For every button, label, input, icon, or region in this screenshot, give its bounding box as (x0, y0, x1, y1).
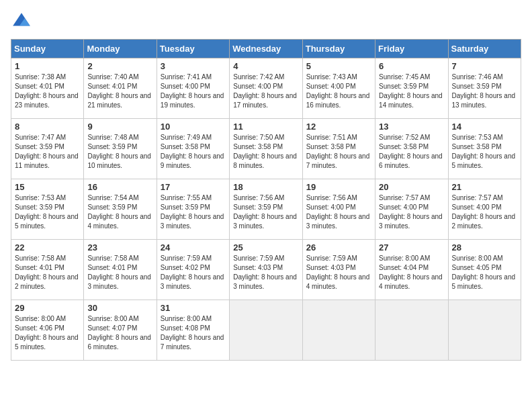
calendar-cell: 24 Sunrise: 7:59 AM Sunset: 4:02 PM Dayl… (157, 240, 229, 300)
cell-info: Sunrise: 7:59 AM Sunset: 4:03 PM Dayligh… (233, 254, 298, 291)
calendar-cell: 21 Sunrise: 7:57 AM Sunset: 4:00 PM Dayl… (448, 179, 521, 240)
calendar-cell: 29 Sunrise: 8:00 AM Sunset: 4:06 PM Dayl… (11, 300, 84, 361)
calendar-cell: 14 Sunrise: 7:53 AM Sunset: 3:58 PM Dayl… (448, 119, 521, 179)
day-header-tuesday: Tuesday (157, 40, 229, 58)
day-number: 9 (87, 122, 152, 132)
cell-info: Sunrise: 7:57 AM Sunset: 4:00 PM Dayligh… (379, 193, 444, 231)
calendar-cell (302, 300, 375, 361)
day-number: 18 (233, 182, 298, 192)
day-number: 10 (161, 122, 226, 132)
cell-info: Sunrise: 7:49 AM Sunset: 3:58 PM Dayligh… (161, 133, 226, 171)
day-number: 8 (15, 122, 80, 132)
calendar-cell: 10 Sunrise: 7:49 AM Sunset: 3:58 PM Dayl… (157, 119, 229, 179)
cell-info: Sunrise: 7:47 AM Sunset: 3:59 PM Dayligh… (15, 133, 80, 171)
calendar-cell: 27 Sunrise: 8:00 AM Sunset: 4:04 PM Dayl… (375, 240, 448, 300)
calendar-cell: 20 Sunrise: 7:57 AM Sunset: 4:00 PM Dayl… (375, 179, 448, 240)
day-number: 7 (452, 61, 517, 71)
cell-info: Sunrise: 7:56 AM Sunset: 3:59 PM Dayligh… (233, 193, 298, 231)
calendar-cell: 2 Sunrise: 7:40 AM Sunset: 4:01 PM Dayli… (84, 58, 157, 119)
calendar-cell: 9 Sunrise: 7:48 AM Sunset: 3:59 PM Dayli… (84, 119, 157, 179)
cell-info: Sunrise: 7:58 AM Sunset: 4:01 PM Dayligh… (87, 254, 152, 291)
calendar-cell: 23 Sunrise: 7:58 AM Sunset: 4:01 PM Dayl… (84, 240, 157, 300)
calendar-cell: 22 Sunrise: 7:58 AM Sunset: 4:01 PM Dayl… (11, 240, 84, 300)
calendar-week-2: 8 Sunrise: 7:47 AM Sunset: 3:59 PM Dayli… (11, 119, 521, 179)
cell-info: Sunrise: 7:46 AM Sunset: 3:59 PM Dayligh… (452, 73, 517, 110)
calendar-cell: 31 Sunrise: 8:00 AM Sunset: 4:08 PM Dayl… (157, 300, 229, 361)
day-number: 13 (379, 122, 444, 132)
calendar-cell: 4 Sunrise: 7:42 AM Sunset: 4:00 PM Dayli… (230, 58, 302, 119)
cell-info: Sunrise: 7:54 AM Sunset: 3:59 PM Dayligh… (87, 193, 152, 231)
day-header-thursday: Thursday (302, 40, 375, 58)
calendar-cell: 18 Sunrise: 7:56 AM Sunset: 3:59 PM Dayl… (230, 179, 302, 240)
calendar-cell: 7 Sunrise: 7:46 AM Sunset: 3:59 PM Dayli… (448, 58, 521, 119)
calendar-cell: 12 Sunrise: 7:51 AM Sunset: 3:58 PM Dayl… (302, 119, 375, 179)
calendar-cell: 26 Sunrise: 7:59 AM Sunset: 4:03 PM Dayl… (302, 240, 375, 300)
day-number: 26 (306, 242, 371, 253)
calendar-cell: 15 Sunrise: 7:53 AM Sunset: 3:59 PM Dayl… (11, 179, 84, 240)
day-number: 20 (379, 182, 444, 192)
cell-info: Sunrise: 7:57 AM Sunset: 4:00 PM Dayligh… (452, 193, 517, 231)
day-header-wednesday: Wednesday (230, 40, 302, 58)
day-number: 2 (87, 61, 152, 71)
day-number: 17 (161, 182, 226, 192)
calendar-week-3: 15 Sunrise: 7:53 AM Sunset: 3:59 PM Dayl… (11, 179, 521, 240)
calendar-cell: 13 Sunrise: 7:52 AM Sunset: 3:58 PM Dayl… (375, 119, 448, 179)
calendar-cell: 11 Sunrise: 7:50 AM Sunset: 3:58 PM Dayl… (230, 119, 302, 179)
calendar-cell: 28 Sunrise: 8:00 AM Sunset: 4:05 PM Dayl… (448, 240, 521, 300)
cell-info: Sunrise: 7:43 AM Sunset: 4:00 PM Dayligh… (306, 73, 371, 110)
day-number: 12 (306, 122, 371, 132)
cell-info: Sunrise: 7:41 AM Sunset: 4:00 PM Dayligh… (161, 73, 226, 110)
cell-info: Sunrise: 7:45 AM Sunset: 3:59 PM Dayligh… (379, 73, 444, 110)
day-number: 23 (87, 242, 152, 253)
calendar-cell (448, 300, 521, 361)
cell-info: Sunrise: 7:50 AM Sunset: 3:58 PM Dayligh… (233, 133, 298, 171)
page-header (11, 11, 521, 32)
day-number: 30 (87, 303, 152, 313)
day-number: 4 (233, 61, 298, 71)
day-number: 6 (379, 61, 444, 71)
calendar-cell: 5 Sunrise: 7:43 AM Sunset: 4:00 PM Dayli… (302, 58, 375, 119)
day-number: 31 (161, 303, 226, 313)
day-number: 14 (452, 122, 517, 132)
cell-info: Sunrise: 8:00 AM Sunset: 4:04 PM Dayligh… (379, 254, 444, 291)
day-number: 3 (161, 61, 226, 71)
calendar-cell: 17 Sunrise: 7:55 AM Sunset: 3:59 PM Dayl… (157, 179, 229, 240)
day-number: 22 (15, 242, 80, 253)
calendar-cell: 3 Sunrise: 7:41 AM Sunset: 4:00 PM Dayli… (157, 58, 229, 119)
cell-info: Sunrise: 7:59 AM Sunset: 4:03 PM Dayligh… (306, 254, 371, 291)
day-number: 28 (452, 242, 517, 253)
cell-info: Sunrise: 7:40 AM Sunset: 4:01 PM Dayligh… (87, 73, 152, 110)
cell-info: Sunrise: 8:00 AM Sunset: 4:08 PM Dayligh… (161, 314, 226, 352)
calendar-cell (230, 300, 302, 361)
calendar-cell: 6 Sunrise: 7:45 AM Sunset: 3:59 PM Dayli… (375, 58, 448, 119)
calendar-cell: 1 Sunrise: 7:38 AM Sunset: 4:01 PM Dayli… (11, 58, 84, 119)
day-number: 27 (379, 242, 444, 253)
cell-info: Sunrise: 7:48 AM Sunset: 3:59 PM Dayligh… (87, 133, 152, 171)
cell-info: Sunrise: 7:58 AM Sunset: 4:01 PM Dayligh… (15, 254, 80, 291)
cell-info: Sunrise: 7:56 AM Sunset: 4:00 PM Dayligh… (306, 193, 371, 231)
cell-info: Sunrise: 7:42 AM Sunset: 4:00 PM Dayligh… (233, 73, 298, 110)
calendar-cell: 8 Sunrise: 7:47 AM Sunset: 3:59 PM Dayli… (11, 119, 84, 179)
calendar-week-5: 29 Sunrise: 8:00 AM Sunset: 4:06 PM Dayl… (11, 300, 521, 361)
day-number: 1 (15, 61, 80, 71)
day-number: 24 (161, 242, 226, 253)
calendar-cell: 19 Sunrise: 7:56 AM Sunset: 4:00 PM Dayl… (302, 179, 375, 240)
day-number: 15 (15, 182, 80, 192)
calendar-week-4: 22 Sunrise: 7:58 AM Sunset: 4:01 PM Dayl… (11, 240, 521, 300)
calendar-cell: 25 Sunrise: 7:59 AM Sunset: 4:03 PM Dayl… (230, 240, 302, 300)
day-number: 19 (306, 182, 371, 192)
days-header-row: SundayMondayTuesdayWednesdayThursdayFrid… (11, 40, 521, 58)
calendar-cell (375, 300, 448, 361)
calendar-week-1: 1 Sunrise: 7:38 AM Sunset: 4:01 PM Dayli… (11, 58, 521, 119)
cell-info: Sunrise: 8:00 AM Sunset: 4:07 PM Dayligh… (87, 314, 152, 352)
day-number: 29 (15, 303, 80, 313)
cell-info: Sunrise: 7:38 AM Sunset: 4:01 PM Dayligh… (15, 73, 80, 110)
logo (11, 11, 35, 32)
day-number: 11 (233, 122, 298, 132)
day-number: 5 (306, 61, 371, 71)
cell-info: Sunrise: 7:59 AM Sunset: 4:02 PM Dayligh… (161, 254, 226, 291)
calendar-cell: 30 Sunrise: 8:00 AM Sunset: 4:07 PM Dayl… (84, 300, 157, 361)
day-header-monday: Monday (84, 40, 157, 58)
day-header-saturday: Saturday (448, 40, 521, 58)
cell-info: Sunrise: 7:53 AM Sunset: 3:58 PM Dayligh… (452, 133, 517, 171)
